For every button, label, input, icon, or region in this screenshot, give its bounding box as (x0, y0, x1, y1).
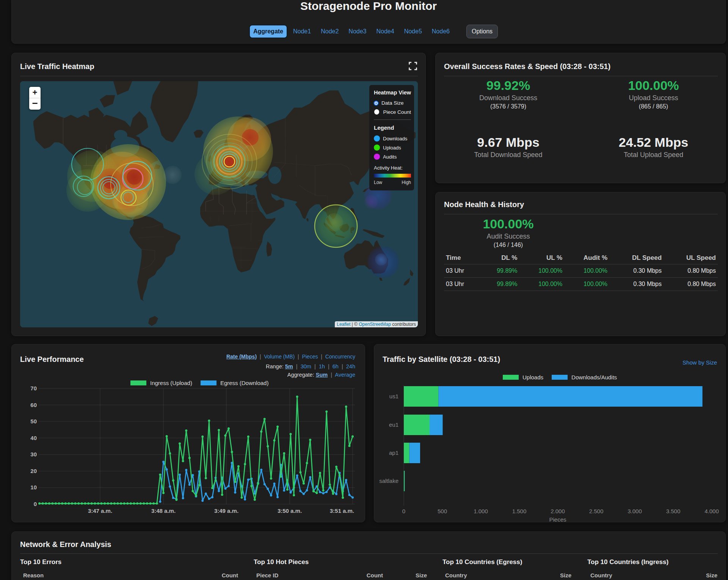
svg-text:ap1: ap1 (389, 450, 399, 456)
svg-text:40: 40 (30, 435, 37, 441)
svg-text:2.500: 2.500 (589, 508, 604, 514)
svg-text:500: 500 (438, 508, 447, 514)
svg-text:50: 50 (30, 418, 37, 424)
svg-text:3.000: 3.000 (628, 508, 642, 514)
svg-text:1.500: 1.500 (512, 508, 527, 514)
svg-text:3.500: 3.500 (666, 508, 681, 514)
svg-text:70: 70 (30, 385, 37, 391)
svg-text:saltlake: saltlake (379, 478, 399, 484)
svg-text:4.000: 4.000 (704, 508, 719, 514)
svg-text:3:47 a.m.: 3:47 a.m. (88, 508, 112, 514)
svg-text:20: 20 (30, 468, 37, 474)
svg-text:Pieces: Pieces (549, 516, 566, 523)
svg-text:30: 30 (30, 451, 37, 457)
svg-text:10: 10 (30, 484, 37, 490)
svg-text:3:49 a.m.: 3:49 a.m. (214, 508, 238, 514)
svg-text:3:48 a.m.: 3:48 a.m. (151, 508, 176, 514)
svg-text:0: 0 (34, 501, 37, 507)
svg-text:2.000: 2.000 (551, 508, 565, 514)
svg-text:1.000: 1.000 (474, 508, 488, 514)
svg-text:0: 0 (402, 508, 405, 514)
svg-text:60: 60 (30, 402, 37, 408)
svg-text:us1: us1 (389, 393, 399, 399)
svg-text:eu1: eu1 (389, 421, 399, 428)
svg-text:3:50 a.m.: 3:50 a.m. (278, 508, 302, 514)
svg-text:3:51 a.m.: 3:51 a.m. (330, 508, 354, 514)
